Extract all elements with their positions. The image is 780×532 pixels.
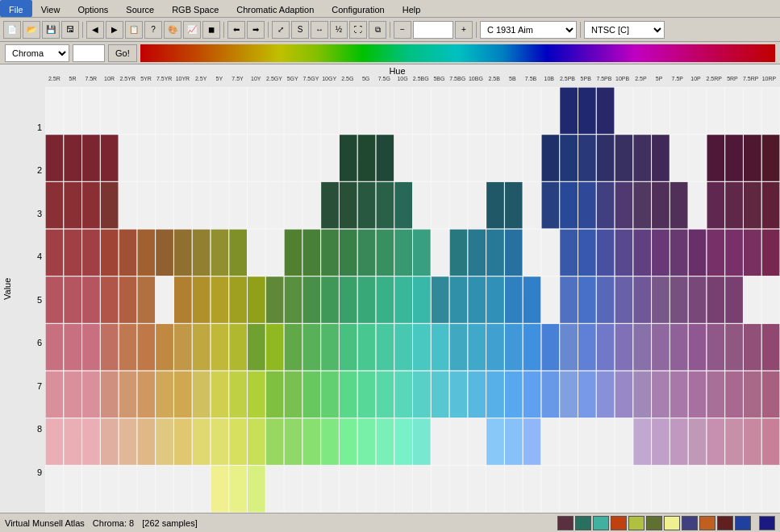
value-labels: 123456789 (15, 87, 45, 513)
hue-label: 10YR (173, 76, 192, 87)
status-final-swatch (759, 516, 775, 530)
toolbar-expand[interactable]: ⛶ (349, 21, 367, 39)
hue-label: 7.5G (375, 76, 394, 87)
menu-view[interactable]: View (32, 0, 69, 17)
value-label: 2 (37, 166, 42, 175)
y-axis-label: Value (0, 64, 15, 513)
chroma-bar: Chroma 8 Go! (0, 42, 780, 64)
hue-label: 10RP (760, 76, 778, 87)
toolbar: 📄 📂 💾 🖫 ◀ ▶ 📋 ? 🎨 📈 ◼ ⬅ ➡ ⤢ S ↔ ½ ⛶ ⧉ − … (0, 18, 780, 42)
samples-status: [262 samples] (142, 518, 197, 528)
hue-label: 2.5PB (558, 76, 577, 87)
status-swatch (575, 516, 591, 530)
toolbar-plus[interactable]: + (455, 21, 473, 39)
toolbar-graph[interactable]: 📈 (183, 21, 201, 39)
aim-dropdown[interactable]: C 1931 Aim (480, 21, 577, 39)
chroma-type-dropdown[interactable]: Chroma (5, 44, 69, 62)
toolbar-minus[interactable]: − (394, 21, 411, 39)
hue-label: 7.5GY (302, 76, 320, 87)
hue-labels-row: 2.5R5R7.5R10R2.5YR5YR7.5YR10YR2.5Y5Y7.5Y… (45, 76, 778, 87)
ntsc-dropdown[interactable]: NTSC [C] (584, 21, 665, 39)
status-swatch (682, 516, 698, 530)
value-label: 6 (37, 339, 42, 347)
chroma-status: Chroma: 8 (93, 518, 134, 528)
hue-label: 10GY (320, 76, 339, 87)
sep1 (82, 22, 83, 38)
hue-label: 2.5RP (705, 76, 724, 87)
toolbar-color[interactable]: 🎨 (164, 21, 181, 39)
sep6 (580, 22, 581, 38)
hue-label: 5GY (283, 76, 302, 87)
value-label: 4 (37, 252, 42, 261)
toolbar-page[interactable]: 📋 (125, 21, 143, 39)
sep3 (268, 22, 269, 38)
hue-label: 10B (540, 76, 558, 87)
toolbar-info[interactable]: ? (144, 21, 162, 39)
status-swatch (628, 516, 644, 530)
hue-label: 5RP (724, 76, 742, 87)
toolbar-open[interactable]: 📂 (23, 21, 40, 39)
value-label: 3 (37, 210, 42, 218)
toolbar-size[interactable]: S (291, 21, 309, 39)
toolbar-prev[interactable]: ◀ (86, 21, 104, 39)
hue-label: 2.5Y (192, 76, 211, 87)
sep4 (390, 22, 390, 38)
hue-label: 5Y (210, 76, 228, 87)
hue-label: 5B (503, 76, 522, 87)
hue-label: 7.5RP (741, 76, 760, 87)
sep5 (476, 22, 477, 38)
hue-label: 10G (394, 76, 412, 87)
hue-label: 7.5Y (228, 76, 247, 87)
munsell-grid-area (45, 87, 780, 513)
toolbar-forward[interactable]: ➡ (247, 21, 265, 39)
toolbar-half[interactable]: ½ (330, 21, 348, 39)
menu-configuration[interactable]: Configuration (323, 0, 393, 17)
hue-label: 5YR (137, 76, 156, 87)
toolbar-split[interactable]: ⧉ (369, 21, 386, 39)
status-swatch (735, 516, 751, 530)
menu-bar: File View Options Source RGB Space Chrom… (0, 0, 780, 18)
menu-rgb-space[interactable]: RGB Space (163, 0, 227, 17)
hue-label: 2.5B (485, 76, 503, 87)
hue-label: 2.5BG (411, 76, 430, 87)
value-label: 9 (37, 468, 42, 477)
hue-label: 2.5YR (119, 76, 137, 87)
hue-label: 7.5YR (155, 76, 173, 87)
hue-label: 10Y (247, 76, 265, 87)
hue-color-strip (140, 44, 775, 62)
munsell-canvas (45, 87, 780, 513)
toolbar-next[interactable]: ▶ (106, 21, 123, 39)
hue-label: 2.5G (339, 76, 357, 87)
chroma-value-input[interactable]: 8 (73, 44, 105, 62)
status-bar: Virtual Munsell Atlas Chroma: 8 [262 sam… (0, 513, 780, 532)
toolbar-width[interactable]: ↔ (311, 21, 328, 39)
hue-label: 10R (100, 76, 119, 87)
hue-label: 5R (64, 76, 82, 87)
app-name: Virtual Munsell Atlas (5, 518, 85, 528)
menu-file[interactable]: File (0, 0, 32, 17)
menu-help[interactable]: Help (394, 0, 430, 17)
toolbar-square[interactable]: ◼ (202, 21, 220, 39)
menu-chromatic-adaption[interactable]: Chromatic Adaption (227, 0, 323, 17)
hue-title: Hue (15, 66, 780, 76)
toolbar-fit[interactable]: ⤢ (272, 21, 290, 39)
menu-options[interactable]: Options (69, 0, 117, 17)
toolbar-new[interactable]: 📄 (3, 21, 21, 39)
hue-label: 7.5P (668, 76, 686, 87)
toolbar-save2[interactable]: 🖫 (61, 21, 79, 39)
value-label: 8 (37, 425, 42, 434)
value-label: 1 (37, 123, 42, 132)
toolbar-back[interactable]: ⬅ (227, 21, 245, 39)
menu-source[interactable]: Source (117, 0, 163, 17)
zoom-input[interactable]: 100% (413, 21, 453, 39)
status-color-swatches (557, 516, 751, 530)
hue-label: 5BG (430, 76, 448, 87)
status-swatch (717, 516, 733, 530)
hue-label: 7.5B (522, 76, 540, 87)
sep2 (223, 22, 224, 38)
hue-label: 10PB (613, 76, 632, 87)
go-button[interactable]: Go! (108, 44, 137, 62)
hue-label: 7.5PB (595, 76, 614, 87)
toolbar-save[interactable]: 💾 (42, 21, 60, 39)
status-swatch (557, 516, 574, 530)
